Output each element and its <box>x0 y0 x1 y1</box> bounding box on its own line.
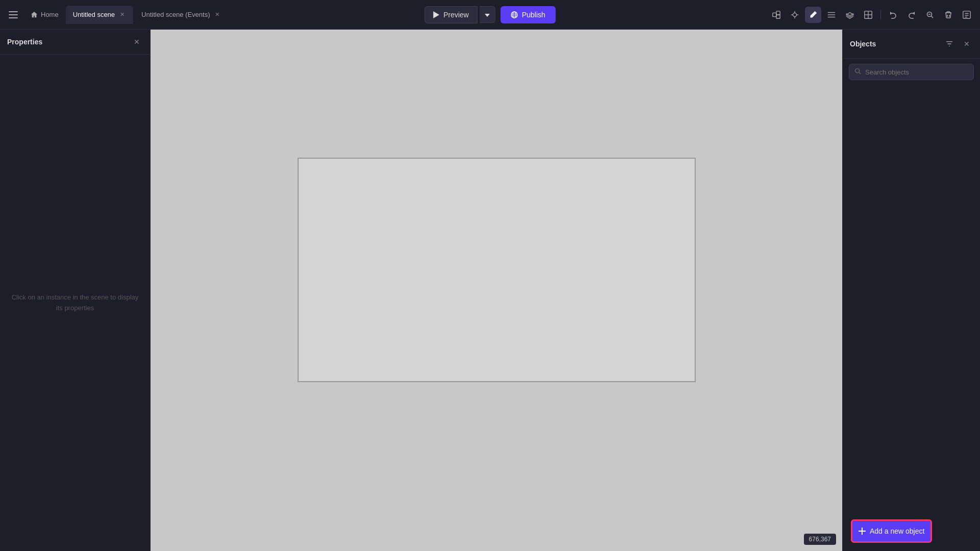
layers-icon-button[interactable] <box>842 7 858 23</box>
edit-icon <box>808 10 818 19</box>
svg-marker-3 <box>433 11 439 18</box>
canvas-area[interactable]: 676,367 <box>151 30 842 551</box>
trash-icon <box>944 11 952 19</box>
grid-icon <box>864 10 873 19</box>
properties-panel-header: Properties ✕ <box>0 30 150 55</box>
redo-icon <box>908 11 916 19</box>
layers-icon <box>845 10 854 19</box>
main-area: Properties ✕ Click on an instance in the… <box>0 30 980 551</box>
undo-icon <box>889 11 897 19</box>
svg-rect-0 <box>9 11 18 12</box>
tab-home-label: Home <box>41 11 59 18</box>
zoom-icon <box>926 11 934 19</box>
zoom-icon-button[interactable] <box>922 7 938 23</box>
right-toolbar <box>768 7 975 23</box>
objects-panel-title: Objects <box>850 40 876 48</box>
center-actions: Preview Publish <box>425 6 556 23</box>
play-icon <box>433 11 439 18</box>
objects-panel-actions: ✕ <box>941 36 973 52</box>
tab-scene[interactable]: Untitled scene ✕ <box>66 6 133 24</box>
components-icon-button[interactable] <box>787 7 803 23</box>
tab-scene-close[interactable]: ✕ <box>118 11 126 19</box>
hamburger-menu-button[interactable] <box>5 7 21 23</box>
grid-icon-button[interactable] <box>860 7 876 23</box>
plus-icon <box>859 528 866 535</box>
tab-events-close[interactable]: ✕ <box>213 11 221 19</box>
add-object-label: Add a new object <box>870 527 924 535</box>
svg-rect-33 <box>859 531 866 532</box>
objects-list-area <box>843 85 980 511</box>
add-new-object-button[interactable]: Add a new object <box>851 519 932 543</box>
cube-icon <box>772 10 781 19</box>
svg-rect-10 <box>776 11 780 14</box>
components-icon <box>790 10 799 19</box>
objects-filter-button[interactable] <box>941 36 958 52</box>
svg-rect-2 <box>9 17 18 18</box>
redo-button[interactable] <box>903 7 920 23</box>
history-icon <box>962 10 971 19</box>
top-bar: Home Untitled scene ✕ Untitled scene (Ev… <box>0 0 980 30</box>
preview-dropdown-button[interactable] <box>479 6 495 23</box>
history-icon-button[interactable] <box>959 7 975 23</box>
svg-rect-9 <box>773 13 776 16</box>
publish-button[interactable]: Publish <box>500 6 555 23</box>
search-box <box>849 64 974 80</box>
objects-icon-button[interactable] <box>768 7 785 23</box>
canvas-coordinates: 676,367 <box>804 534 836 545</box>
scene-canvas <box>298 158 696 382</box>
svg-point-30 <box>855 69 860 73</box>
preview-label: Preview <box>444 11 469 19</box>
chevron-down-icon <box>484 14 489 17</box>
objects-panel-header: Objects ✕ <box>843 30 980 59</box>
objects-panel: Objects ✕ <box>842 30 980 551</box>
undo-button[interactable] <box>885 7 901 23</box>
properties-empty-message: Click on an instance in the scene to dis… <box>0 55 150 551</box>
properties-panel: Properties ✕ Click on an instance in the… <box>0 30 151 551</box>
add-object-area: Add a new object <box>843 511 980 551</box>
properties-panel-title: Properties <box>7 38 42 46</box>
delete-icon-button[interactable] <box>940 7 957 23</box>
layers-list-icon <box>827 10 836 19</box>
properties-panel-close[interactable]: ✕ <box>131 36 143 48</box>
edit-icon-button[interactable] <box>805 7 821 23</box>
toolbar-separator-1 <box>880 10 881 20</box>
tab-list: Home Untitled scene ✕ Untitled scene (Ev… <box>24 6 228 24</box>
svg-line-24 <box>932 16 934 18</box>
layers-list-icon-button[interactable] <box>823 7 840 23</box>
preview-button[interactable]: Preview <box>425 6 478 23</box>
svg-rect-1 <box>9 14 18 15</box>
search-objects-input[interactable] <box>865 68 968 76</box>
svg-rect-11 <box>776 15 780 18</box>
tab-scene-label: Untitled scene <box>73 11 115 18</box>
tab-home[interactable]: Home <box>24 8 65 21</box>
svg-line-31 <box>859 72 861 74</box>
objects-panel-close[interactable]: ✕ <box>961 38 973 50</box>
filter-icon <box>946 40 953 47</box>
svg-point-12 <box>793 13 796 16</box>
search-icon <box>854 68 861 76</box>
tab-events[interactable]: Untitled scene (Events) ✕ <box>134 6 228 24</box>
tab-events-label: Untitled scene (Events) <box>141 11 210 18</box>
globe-icon <box>510 11 518 18</box>
home-icon <box>31 11 38 18</box>
publish-label: Publish <box>522 11 545 19</box>
search-icon-svg <box>854 68 861 74</box>
